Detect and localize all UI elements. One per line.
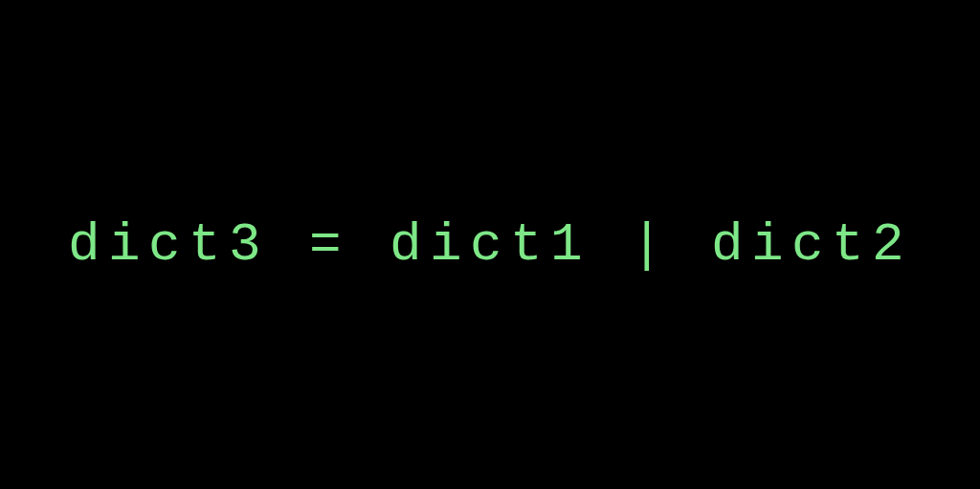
- code-snippet: dict3 = dict1 | dict2: [68, 214, 912, 276]
